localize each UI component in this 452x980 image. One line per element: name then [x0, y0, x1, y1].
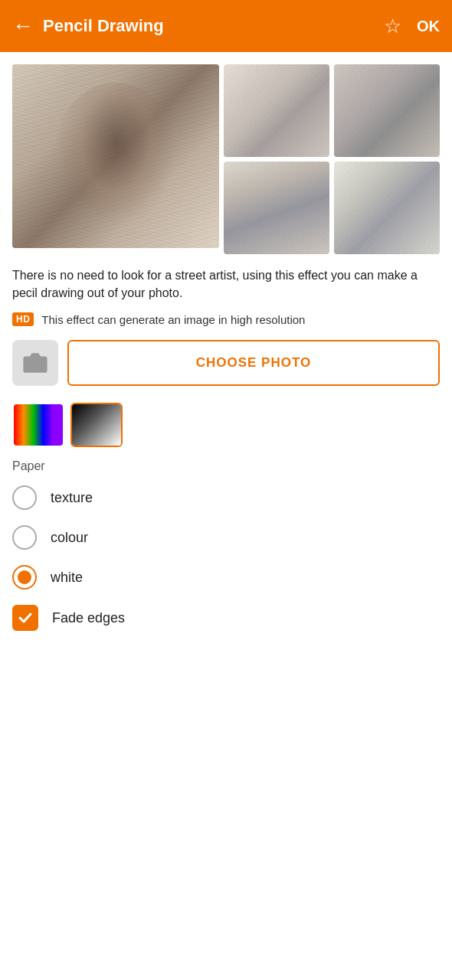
ok-button[interactable]: OK — [417, 18, 440, 35]
svg-point-0 — [31, 360, 39, 368]
bw-swatch[interactable] — [70, 403, 123, 447]
header-right: ☆ OK — [384, 15, 440, 38]
thumbnail-2[interactable] — [334, 64, 440, 157]
thumbnail-1[interactable] — [224, 64, 329, 157]
paper-section-label: Paper — [0, 450, 452, 478]
thumb-sketch-2 — [334, 64, 440, 157]
color-swatch[interactable] — [12, 403, 64, 447]
thumb-sketch-1 — [224, 64, 329, 157]
app-header: ← Pencil Drawing ☆ OK — [0, 0, 452, 52]
radio-colour[interactable] — [12, 525, 37, 550]
gallery-top-row — [224, 64, 440, 157]
choose-photo-row: CHOOSE PHOTO — [0, 332, 452, 394]
favorite-button[interactable]: ☆ — [384, 15, 401, 38]
hd-badge: HD — [12, 312, 34, 326]
back-button[interactable]: ← — [12, 15, 34, 37]
paper-colour-label: colour — [51, 530, 88, 546]
header-left: ← Pencil Drawing — [12, 15, 164, 37]
fade-edges-label: Fade edges — [52, 610, 125, 626]
radio-texture[interactable] — [12, 485, 37, 510]
hd-row: HD This effect can generate an image in … — [0, 306, 452, 332]
bw-swatch-inner — [72, 404, 121, 446]
paper-texture-label: texture — [51, 490, 93, 506]
thumbnail-3[interactable] — [224, 162, 329, 254]
thumb-sketch-3 — [224, 162, 329, 254]
camera-icon-box — [12, 340, 58, 386]
gallery-thumbnails — [224, 64, 440, 254]
fade-edges-checkbox[interactable] — [12, 605, 38, 631]
paper-option-colour[interactable]: colour — [0, 518, 452, 557]
gallery-main-image — [12, 64, 219, 248]
choose-photo-button[interactable]: CHOOSE PHOTO — [67, 340, 440, 386]
fade-edges-option[interactable]: Fade edges — [0, 597, 452, 639]
hd-description: This effect can generate an image in hig… — [41, 313, 305, 326]
page-title: Pencil Drawing — [43, 16, 164, 36]
description-text: There is no need to look for a street ar… — [0, 260, 452, 306]
main-sketch-image — [12, 64, 219, 248]
paper-white-label: white — [51, 570, 83, 586]
thumb-sketch-4 — [334, 162, 440, 254]
gallery-bottom-row — [224, 162, 440, 254]
camera-icon — [22, 350, 48, 376]
checkmark-icon — [17, 609, 34, 626]
radio-white[interactable] — [12, 565, 37, 590]
gallery — [0, 52, 452, 260]
paper-option-texture[interactable]: texture — [0, 478, 452, 518]
swatches-row — [0, 394, 452, 450]
paper-option-white[interactable]: white — [0, 557, 452, 597]
thumbnail-4[interactable] — [334, 162, 440, 254]
color-swatch-inner — [14, 404, 63, 446]
